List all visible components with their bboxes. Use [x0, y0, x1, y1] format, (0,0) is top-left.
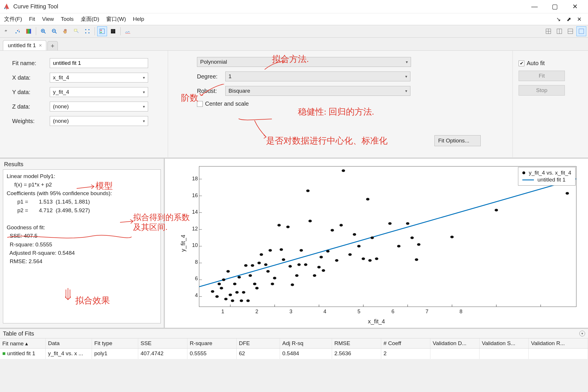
- toolbar: [0, 25, 588, 38]
- select-points-icon[interactable]: [13, 26, 23, 36]
- zdata-label: Z data:: [12, 103, 50, 110]
- method-select[interactable]: Polynomial: [197, 57, 411, 67]
- svg-text:18: 18: [192, 176, 198, 182]
- svg-point-19: [211, 290, 214, 293]
- fit-options-button[interactable]: Fit Options...: [434, 135, 481, 146]
- center-scale-checkbox[interactable]: Center and scale: [197, 100, 504, 107]
- maximize-button[interactable]: ▢: [545, 0, 565, 13]
- pan-icon[interactable]: [60, 26, 70, 36]
- svg-point-43: [268, 249, 272, 252]
- svg-point-62: [326, 250, 330, 252]
- svg-text:6: 6: [195, 276, 198, 281]
- grid-toggle-icon[interactable]: [108, 26, 118, 36]
- svg-text:4: 4: [323, 309, 326, 314]
- svg-rect-13: [101, 32, 102, 33]
- mdi-close-icon[interactable]: ✕: [575, 15, 584, 24]
- close-button[interactable]: ✕: [565, 0, 585, 13]
- menu-file[interactable]: 文件(F): [2, 14, 24, 24]
- weights-select[interactable]: (none): [50, 116, 148, 126]
- svg-point-80: [417, 243, 421, 246]
- svg-text:6: 6: [392, 309, 395, 314]
- autofit-checkbox[interactable]: ✔ Auto fit: [519, 60, 579, 67]
- svg-point-46: [277, 224, 281, 226]
- legend-toggle-icon[interactable]: [97, 26, 107, 36]
- menu-view[interactable]: View: [40, 15, 56, 23]
- autofit-box-icon: ✔: [519, 61, 524, 66]
- degree-select[interactable]: 1: [225, 72, 410, 81]
- window-title: Curve Fitting Tool: [13, 3, 524, 10]
- robust-select[interactable]: Bisquare: [225, 86, 410, 96]
- chart-plot[interactable]: y_fit_4 vs. x_fit_4 untitled fit 1: [199, 166, 576, 307]
- menu-fit[interactable]: Fit: [27, 15, 37, 23]
- tab-close-icon[interactable]: ×: [39, 43, 42, 49]
- fit-tab[interactable]: untitled fit 1 ×: [3, 40, 46, 50]
- svg-point-34: [246, 299, 250, 302]
- col-fitname[interactable]: Fit name ▴: [0, 338, 46, 348]
- tof-options-icon[interactable]: ▾: [579, 331, 585, 336]
- fit-button[interactable]: Fit: [519, 71, 565, 81]
- svg-point-30: [237, 276, 241, 279]
- mdi-dock-icon[interactable]: ⬈: [564, 15, 574, 24]
- svg-point-56: [306, 190, 310, 192]
- svg-point-2: [19, 31, 20, 32]
- svg-text:10: 10: [192, 242, 198, 248]
- svg-point-29: [235, 291, 239, 294]
- cursor-tool-icon[interactable]: [2, 26, 12, 36]
- svg-point-7: [85, 29, 86, 30]
- titlebar: Curve Fitting Tool — ▢ ✕: [0, 0, 588, 13]
- residuals-icon[interactable]: [123, 26, 133, 36]
- fit-name-label: Fit name:: [12, 60, 50, 67]
- minimize-button[interactable]: —: [524, 0, 545, 13]
- zoom-in-icon[interactable]: [38, 26, 48, 36]
- svg-point-21: [217, 283, 221, 285]
- menu-help[interactable]: Help: [131, 15, 147, 23]
- svg-point-52: [295, 274, 298, 277]
- svg-point-72: [368, 259, 372, 262]
- config-panel: Fit name: X data: x_fit_4 Y data: y_fit_…: [0, 50, 588, 157]
- svg-point-23: [222, 279, 225, 281]
- brush-icon[interactable]: [82, 26, 92, 36]
- xdata-select[interactable]: x_fit_4: [50, 73, 148, 83]
- legend-line-icon: [522, 179, 534, 180]
- svg-point-68: [353, 233, 356, 236]
- table-row[interactable]: ■ untitled fit 1 y_fit_4 vs. x ... poly1…: [0, 349, 588, 359]
- data-cursor-icon[interactable]: [71, 26, 81, 36]
- color-tool-icon[interactable]: [24, 26, 34, 36]
- fit-name-input[interactable]: [50, 58, 148, 68]
- chart-ylabel: y_fit_4: [180, 235, 187, 252]
- menu-window[interactable]: 窗口(W): [104, 14, 128, 24]
- svg-point-31: [240, 299, 243, 302]
- svg-point-28: [233, 283, 237, 285]
- zoom-out-icon[interactable]: [49, 26, 59, 36]
- svg-point-82: [495, 209, 498, 211]
- autofit-label: Auto fit: [527, 60, 545, 67]
- results-text: Linear model Poly1: f(x) = p1*x + p2 Coe…: [3, 169, 161, 323]
- zdata-select[interactable]: (none): [50, 102, 148, 111]
- add-tab-button[interactable]: +: [47, 41, 58, 50]
- svg-point-64: [335, 259, 338, 262]
- svg-point-76: [397, 245, 401, 248]
- svg-point-65: [340, 224, 343, 226]
- svg-point-50: [288, 265, 292, 268]
- menu-tools[interactable]: Tools: [58, 15, 76, 23]
- svg-text:16: 16: [192, 193, 198, 198]
- stop-button[interactable]: Stop: [519, 85, 565, 96]
- svg-point-75: [388, 222, 392, 225]
- layout-4-icon[interactable]: [576, 26, 586, 36]
- svg-point-47: [280, 248, 283, 251]
- weights-label: Weights:: [12, 118, 50, 124]
- menu-desktop[interactable]: 桌面(D): [78, 14, 102, 24]
- chart-area: y_fit_4 x_fit_4 y_fit_4 vs. x_fit_4 unti…: [165, 159, 588, 328]
- layout-2-icon[interactable]: [554, 26, 564, 36]
- svg-point-45: [273, 277, 277, 279]
- svg-point-57: [308, 220, 312, 222]
- svg-point-35: [248, 274, 252, 277]
- svg-point-66: [342, 169, 345, 172]
- layout-3-icon[interactable]: [565, 26, 575, 36]
- mdi-undock-icon[interactable]: ↘: [554, 15, 563, 24]
- svg-point-53: [297, 263, 301, 266]
- svg-point-74: [375, 257, 378, 260]
- ydata-select[interactable]: y_fit_4: [50, 87, 148, 97]
- center-scale-box-icon: [197, 101, 203, 107]
- layout-1-icon[interactable]: [543, 26, 553, 36]
